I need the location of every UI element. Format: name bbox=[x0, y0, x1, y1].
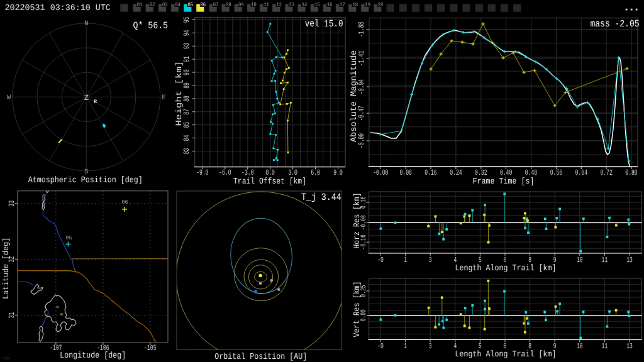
svg-text:S: S bbox=[84, 168, 89, 176]
svg-text:0.24: 0.24 bbox=[450, 168, 462, 177]
svg-text:1: 1 bbox=[404, 256, 407, 265]
svg-text:0.32: 0.32 bbox=[475, 168, 487, 177]
svg-text:R: R bbox=[94, 98, 97, 104]
svg-text:14: 14 bbox=[302, 2, 308, 8]
svg-text:11: 11 bbox=[601, 342, 608, 351]
svg-text:4: 4 bbox=[453, 342, 457, 351]
svg-text:84: 84 bbox=[182, 135, 191, 141]
svg-text:01: 01 bbox=[137, 2, 143, 8]
svg-text:0.56: 0.56 bbox=[550, 168, 562, 177]
svg-text:Latitude [deg]: Latitude [deg] bbox=[1, 238, 11, 299]
svg-text:6: 6 bbox=[504, 342, 507, 351]
svg-text:15: 15 bbox=[314, 2, 320, 8]
svg-text:Q* 56.5: Q* 56.5 bbox=[133, 19, 169, 31]
svg-text:T_j 3.44: T_j 3.44 bbox=[301, 191, 341, 202]
svg-text:6.0: 6.0 bbox=[311, 168, 320, 177]
svg-text:85: 85 bbox=[182, 122, 191, 128]
svg-text:Frame Time [s]: Frame Time [s] bbox=[473, 177, 535, 187]
svg-text:3.0: 3.0 bbox=[288, 168, 297, 177]
svg-text:02: 02 bbox=[150, 2, 155, 8]
svg-text:3: 3 bbox=[429, 342, 432, 351]
svg-text:W: W bbox=[7, 94, 11, 102]
svg-text:9.0: 9.0 bbox=[333, 168, 343, 177]
svg-text:95: 95 bbox=[182, 17, 191, 23]
svg-text:91: 91 bbox=[182, 56, 191, 62]
svg-text:-0.00: -0.00 bbox=[373, 168, 388, 177]
svg-text:17: 17 bbox=[340, 2, 345, 8]
svg-text:Length Along Trail [km]: Length Along Trail [km] bbox=[455, 264, 556, 273]
svg-text:90: 90 bbox=[182, 69, 191, 75]
svg-text:93: 93 bbox=[182, 43, 191, 49]
svg-text:-0: -0 bbox=[377, 256, 384, 265]
svg-text:13: 13 bbox=[289, 2, 295, 8]
svg-text:12: 12 bbox=[277, 2, 282, 8]
svg-text:16: 16 bbox=[327, 2, 333, 8]
svg-text:04: 04 bbox=[175, 2, 180, 8]
svg-text:3: 3 bbox=[429, 256, 432, 265]
svg-text:09: 09 bbox=[238, 2, 244, 8]
svg-text:0.0: 0.0 bbox=[265, 168, 275, 177]
svg-text:-9.0: -9.0 bbox=[196, 168, 208, 177]
svg-text:Z: Z bbox=[84, 94, 89, 102]
svg-text:07: 07 bbox=[213, 2, 219, 8]
svg-text:-1.88: -1.88 bbox=[357, 22, 366, 37]
svg-text:9: 9 bbox=[553, 342, 557, 351]
svg-text:0.16: 0.16 bbox=[425, 168, 436, 177]
svg-text:11: 11 bbox=[264, 2, 269, 8]
svg-text:13: 13 bbox=[626, 256, 633, 265]
svg-text:Height [km]: Height [km] bbox=[174, 61, 184, 126]
svg-text:Horz Res [km]: Horz Res [km] bbox=[353, 193, 362, 249]
svg-text:mass -2.05: mass -2.05 bbox=[591, 18, 640, 30]
svg-text:88: 88 bbox=[182, 96, 191, 102]
svg-text:0.08: 0.08 bbox=[400, 168, 412, 177]
svg-text:11: 11 bbox=[602, 256, 608, 265]
svg-text:0.48: 0.48 bbox=[525, 168, 537, 177]
svg-text:vel 15.0: vel 15.0 bbox=[305, 18, 343, 30]
svg-text:0.72: 0.72 bbox=[600, 168, 612, 177]
svg-text:Orbital Position [AU]: Orbital Position [AU] bbox=[214, 353, 307, 362]
svg-text:06: 06 bbox=[201, 2, 206, 8]
svg-text:10: 10 bbox=[577, 256, 583, 265]
svg-text:05: 05 bbox=[187, 2, 193, 8]
svg-text:-105: -105 bbox=[144, 343, 156, 352]
svg-text:0.80: 0.80 bbox=[625, 168, 637, 177]
svg-text:8: 8 bbox=[528, 342, 531, 351]
svg-text:Length Along Trail [km]: Length Along Trail [km] bbox=[455, 350, 556, 359]
svg-text:Atmospheric Position [deg]: Atmospheric Position [deg] bbox=[28, 175, 143, 185]
svg-text:06: 06 bbox=[121, 199, 128, 205]
svg-text:31: 31 bbox=[8, 312, 16, 319]
svg-text:10: 10 bbox=[251, 2, 257, 8]
svg-text:Longitude [deg]: Longitude [deg] bbox=[60, 351, 126, 360]
svg-text:0.64: 0.64 bbox=[575, 168, 587, 177]
svg-text:Vert Res [km]: Vert Res [km] bbox=[353, 282, 362, 337]
svg-text:83: 83 bbox=[182, 148, 191, 155]
svg-text:Trail Offset [km]: Trail Offset [km] bbox=[233, 177, 306, 186]
svg-text:Absolute Magnitude: Absolute Magnitude bbox=[350, 50, 359, 142]
svg-text:1: 1 bbox=[404, 342, 407, 351]
svg-text:13: 13 bbox=[626, 342, 633, 351]
svg-text:N: N bbox=[84, 20, 89, 28]
svg-text:89: 89 bbox=[182, 82, 191, 89]
svg-text:87: 87 bbox=[182, 109, 191, 115]
svg-text:03: 03 bbox=[162, 2, 168, 8]
svg-text:-3.0: -3.0 bbox=[242, 168, 253, 177]
svg-text:0.40: 0.40 bbox=[500, 168, 512, 177]
svg-text:08: 08 bbox=[226, 2, 231, 8]
svg-text:05: 05 bbox=[65, 234, 72, 241]
svg-text:E: E bbox=[162, 94, 166, 102]
svg-text:18: 18 bbox=[352, 2, 358, 8]
svg-text:-6.0: -6.0 bbox=[219, 168, 231, 177]
svg-text:33: 33 bbox=[8, 200, 16, 207]
svg-text:94: 94 bbox=[182, 30, 191, 36]
svg-text:njw: njw bbox=[3, 356, 10, 360]
svg-text:20: 20 bbox=[378, 2, 384, 8]
svg-text:10: 10 bbox=[577, 342, 583, 351]
svg-text:-0: -0 bbox=[377, 342, 384, 351]
svg-text:19: 19 bbox=[365, 2, 371, 8]
svg-text:5: 5 bbox=[479, 342, 482, 351]
svg-text:20220531 03:36:10 UTC: 20220531 03:36:10 UTC bbox=[5, 3, 111, 13]
